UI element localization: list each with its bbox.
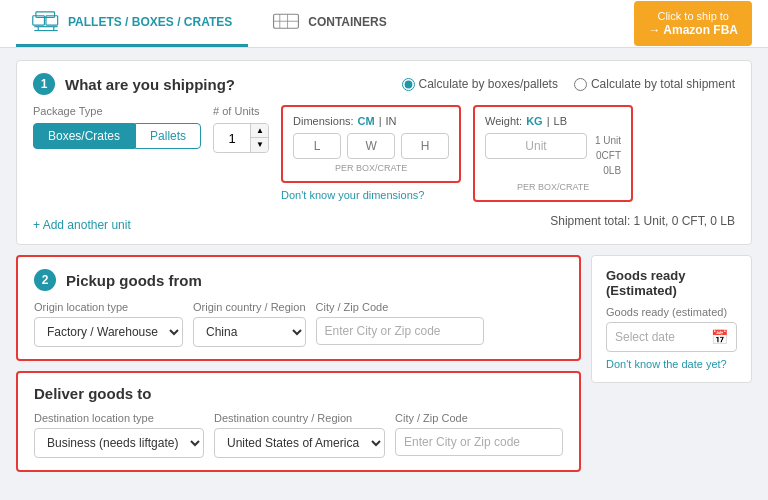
radio-total-input[interactable] [574, 78, 587, 91]
section2-num: 2 [34, 269, 56, 291]
svg-rect-2 [36, 12, 55, 17]
dim-sub-label: PER BOX/CRATE [293, 163, 449, 173]
tab2-label: CONTAINERS [308, 15, 386, 29]
goods-ready-card: Goods ready (Estimated) Goods ready (est… [591, 255, 752, 383]
wt-unit-kg[interactable]: KG [526, 115, 543, 127]
dest-city-input[interactable] [395, 428, 563, 456]
pkg-type-toggle: Boxes/Crates Pallets [33, 123, 201, 149]
dest-type-label: Destination location type [34, 412, 204, 424]
section2-row: 2 Pickup goods from Origin location type… [16, 255, 752, 472]
top-nav: PALLETS / BOXES / CRATES CONTAINERS Clic… [0, 0, 768, 48]
origin-country-label: Origin country / Region [193, 301, 306, 313]
origin-country-select[interactable]: China [193, 317, 306, 347]
section1-footer: + Add another unit Shipment total: 1 Uni… [33, 210, 735, 232]
origin-city-input[interactable] [316, 317, 484, 345]
wt-label: Weight: [485, 115, 522, 127]
origin-type-label: Origin location type [34, 301, 183, 313]
deliver-title: Deliver goods to [34, 385, 563, 402]
btn-boxes-crates[interactable]: Boxes/Crates [33, 123, 135, 149]
dim-label: Dimensions: [293, 115, 354, 127]
dim-header: Dimensions: CM | IN [293, 115, 449, 127]
section1-card: 1 What are you shipping? Calculate by bo… [16, 60, 752, 245]
wt-header: Weight: KG | LB [485, 115, 621, 127]
units-down-btn[interactable]: ▼ [251, 138, 269, 152]
section2-left: 2 Pickup goods from Origin location type… [16, 255, 581, 472]
goods-ready-label: Goods ready (estimated) [606, 306, 737, 318]
origin-type-group: Origin location type Factory / Warehouse [34, 301, 183, 347]
dim-l-input[interactable]: L [293, 133, 341, 159]
radio-boxes-label: Calculate by boxes/pallets [419, 77, 558, 91]
dim-h-input[interactable]: H [401, 133, 449, 159]
goods-ready-title: Goods ready (Estimated) [606, 268, 737, 298]
tab-containers[interactable]: CONTAINERS [256, 0, 402, 47]
wt-unit-lb[interactable]: LB [554, 115, 567, 127]
section2-fields: Origin location type Factory / Warehouse… [34, 301, 563, 347]
units-spinner: ▲ ▼ [250, 124, 269, 152]
shipment-total: Shipment total: 1 Unit, 0 CFT, 0 LB [550, 214, 735, 232]
shipping-radio-group: Calculate by boxes/pallets Calculate by … [402, 77, 736, 91]
section2-header: 2 Pickup goods from [34, 269, 563, 291]
dest-city-label: City / Zip Code [395, 412, 563, 424]
weight-box: Weight: KG | LB Unit 1 Unit 0CFT 0LB PER [473, 105, 633, 202]
dest-city-group: City / Zip Code [395, 412, 563, 456]
goods-ready-date-picker[interactable]: Select date 📅 [606, 322, 737, 352]
dim-w-input[interactable]: W [347, 133, 395, 159]
section2-card: 2 Pickup goods from Origin location type… [16, 255, 581, 361]
section1-num: 1 [33, 73, 55, 95]
units-col: # of Units ▲ ▼ [213, 105, 269, 153]
wt-sep: | [547, 115, 550, 127]
ship-to-amazon-button[interactable]: Click to ship to → Amazon FBA [634, 1, 752, 47]
wt-right-lb: 0LB [595, 163, 621, 178]
ship-btn-line1: Click to ship to [648, 9, 738, 23]
tab1-label: PALLETS / BOXES / CRATES [68, 15, 232, 29]
wt-sub-label: PER BOX/CRATE [485, 182, 621, 192]
dest-country-label: Destination country / Region [214, 412, 385, 424]
add-unit-link[interactable]: + Add another unit [33, 218, 131, 232]
wt-right-units: 1 Unit [595, 133, 621, 148]
pkg-type-label: Package Type [33, 105, 201, 117]
weight-col: Weight: KG | LB Unit 1 Unit 0CFT 0LB PER [473, 105, 633, 202]
origin-country-group: Origin country / Region China [193, 301, 306, 347]
section1-title: What are you shipping? [65, 76, 235, 93]
units-input-group: ▲ ▼ [213, 123, 269, 153]
dim-unit-cm[interactable]: CM [358, 115, 375, 127]
dest-type-group: Destination location type Business (need… [34, 412, 204, 458]
units-label: # of Units [213, 105, 269, 117]
ship-btn-line2: → Amazon FBA [648, 23, 738, 39]
date-placeholder: Select date [615, 330, 675, 344]
btn-pallets[interactable]: Pallets [135, 123, 201, 149]
section1-header: 1 What are you shipping? Calculate by bo… [33, 73, 735, 95]
dimensions-col: Dimensions: CM | IN L W H PER BOX/CRATE … [281, 105, 461, 201]
section2-title: Pickup goods from [66, 272, 202, 289]
goods-ready-col: Goods ready (Estimated) Goods ready (est… [591, 255, 752, 472]
radio-boxes-input[interactable] [402, 78, 415, 91]
dont-know-date-link[interactable]: Don't know the date yet? [606, 358, 737, 370]
tab-pallets-boxes-crates[interactable]: PALLETS / BOXES / CRATES [16, 0, 248, 47]
origin-city-group: City / Zip Code [316, 301, 484, 345]
wt-row: Unit 1 Unit 0CFT 0LB [485, 133, 621, 178]
package-row: Package Type Boxes/Crates Pallets # of U… [33, 105, 735, 202]
deliver-card: Deliver goods to Destination location ty… [16, 371, 581, 472]
units-value-input[interactable] [214, 127, 250, 150]
radio-total-label: Calculate by total shipment [591, 77, 735, 91]
wt-right-cft: 0CFT [595, 148, 621, 163]
calendar-icon: 📅 [711, 329, 728, 345]
pallets-icon [32, 10, 60, 34]
dim-unit-in[interactable]: IN [386, 115, 397, 127]
container-icon [272, 10, 300, 34]
dest-country-group: Destination country / Region United Stat… [214, 412, 385, 458]
dest-country-select[interactable]: United States of America [214, 428, 385, 458]
wt-field-input[interactable]: Unit [485, 133, 587, 159]
pkg-type-col: Package Type Boxes/Crates Pallets [33, 105, 201, 149]
radio-by-total[interactable]: Calculate by total shipment [574, 77, 735, 91]
deliver-fields: Destination location type Business (need… [34, 412, 563, 458]
dim-sep: | [379, 115, 382, 127]
main-content: 1 What are you shipping? Calculate by bo… [0, 48, 768, 484]
dont-know-dimensions-link[interactable]: Don't know your dimensions? [281, 189, 461, 201]
radio-by-boxes[interactable]: Calculate by boxes/pallets [402, 77, 558, 91]
units-up-btn[interactable]: ▲ [251, 124, 269, 138]
origin-type-select[interactable]: Factory / Warehouse [34, 317, 183, 347]
wt-summary: 1 Unit 0CFT 0LB [595, 133, 621, 178]
dim-fields: L W H [293, 133, 449, 159]
dest-type-select[interactable]: Business (needs liftgate) [34, 428, 204, 458]
